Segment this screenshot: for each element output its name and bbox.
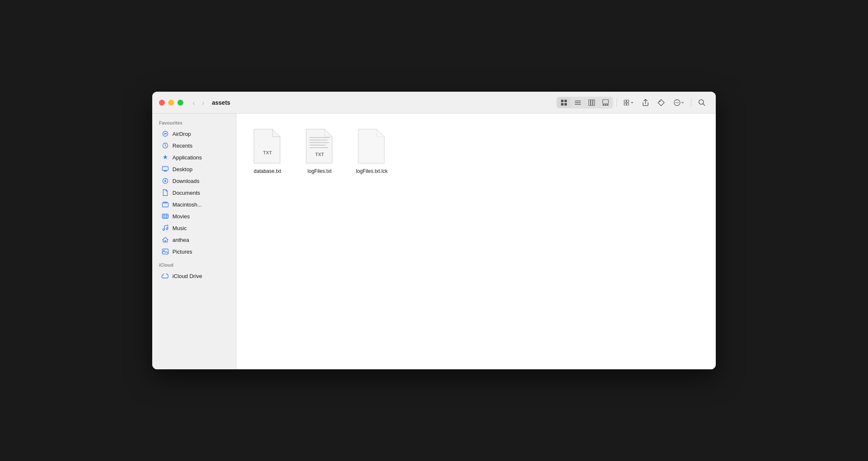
file-item-database-txt[interactable]: TXT database.txt (246, 124, 288, 178)
finder-window: ‹ › assets (152, 92, 716, 369)
sidebar-item-movies[interactable]: Movies (155, 210, 233, 222)
svg-text:TXT: TXT (263, 150, 272, 155)
svg-rect-15 (627, 100, 629, 102)
sidebar-item-documents[interactable]: Documents (155, 187, 233, 199)
movies-icon (161, 212, 169, 220)
svg-rect-8 (591, 100, 593, 106)
svg-rect-7 (589, 100, 590, 106)
main-content: Favourites AirDrop (152, 114, 716, 369)
back-button[interactable]: ‹ (190, 97, 198, 108)
svg-rect-10 (603, 100, 609, 103)
minimize-button[interactable] (168, 100, 174, 106)
columns-view-button[interactable] (585, 98, 598, 108)
svg-rect-0 (561, 100, 564, 102)
file-name-logfiles-txt: logFiles.txt (307, 168, 331, 175)
airdrop-icon (161, 130, 169, 138)
tag-icon (657, 99, 665, 106)
svg-rect-17 (627, 103, 629, 105)
downloads-label: Downloads (172, 178, 199, 184)
file-name-logfiles-lck: logFiles.txt.lck (356, 168, 387, 175)
gallery-view-button[interactable] (599, 98, 612, 108)
grid-view-icon (561, 99, 567, 106)
file-icon-logfiles: TXT (303, 127, 336, 165)
desktop-icon (161, 165, 169, 173)
more-button[interactable] (670, 97, 688, 109)
svg-rect-13 (607, 104, 609, 106)
applications-icon (161, 154, 169, 161)
search-button[interactable] (695, 97, 709, 109)
documents-icon (161, 189, 169, 196)
list-view-icon (574, 99, 581, 106)
svg-line-24 (703, 104, 705, 106)
sidebar-item-macintosh[interactable]: Macintosh... (155, 199, 233, 210)
svg-point-38 (166, 228, 168, 230)
svg-rect-32 (162, 214, 168, 218)
svg-rect-3 (564, 103, 567, 106)
macintosh-label: Macintosh... (172, 201, 202, 208)
sidebar-item-applications[interactable]: Applications (155, 151, 233, 163)
separator-2 (691, 98, 691, 107)
documents-label: Documents (172, 190, 200, 196)
sidebar: Favourites AirDrop (152, 114, 236, 369)
svg-rect-16 (624, 103, 626, 105)
movies-label: Movies (172, 213, 190, 220)
sort-icon (624, 99, 630, 106)
more-chevron-icon (681, 101, 684, 104)
sidebar-item-recents[interactable]: Recents (155, 140, 233, 151)
file-name-database-txt: database.txt (254, 168, 281, 175)
macintosh-icon (161, 201, 169, 208)
sidebar-item-desktop[interactable]: Desktop (155, 163, 233, 175)
nav-buttons: ‹ › (190, 97, 207, 108)
tag-button[interactable] (654, 97, 668, 109)
sidebar-item-airdrop[interactable]: AirDrop (155, 128, 233, 140)
favourites-label: Favourites (152, 120, 236, 128)
sidebar-item-pictures[interactable]: Pictures (155, 246, 233, 257)
view-mode-group (556, 97, 613, 109)
list-view-button[interactable] (571, 98, 585, 108)
separator-1 (617, 98, 617, 107)
desktop-label: Desktop (172, 166, 193, 172)
search-icon (698, 99, 706, 106)
share-button[interactable] (639, 97, 652, 109)
window-title: assets (212, 99, 230, 106)
file-area: TXT database.txt (236, 114, 716, 369)
sidebar-item-anthea[interactable]: anthea (155, 234, 233, 246)
svg-point-26 (165, 133, 166, 134)
applications-label: Applications (172, 154, 202, 161)
anthea-label: anthea (172, 237, 189, 243)
svg-text:TXT: TXT (315, 152, 324, 157)
file-item-logfiles-lck[interactable]: logFiles.txt.lck (351, 124, 393, 178)
recents-icon (161, 142, 169, 149)
sidebar-item-icloud-drive[interactable]: iCloud Drive (155, 270, 233, 282)
svg-point-37 (163, 229, 164, 231)
forward-button[interactable]: › (199, 97, 207, 108)
svg-rect-28 (162, 167, 168, 170)
svg-point-22 (678, 102, 679, 103)
icloud-icon (161, 272, 169, 280)
more-icon (673, 99, 681, 106)
music-label: Music (172, 225, 187, 231)
svg-point-23 (699, 100, 704, 104)
icloud-label: iCloud (152, 262, 236, 270)
maximize-button[interactable] (177, 100, 183, 106)
recents-label: Recents (172, 143, 193, 149)
airdrop-label: AirDrop (172, 131, 191, 137)
svg-rect-12 (605, 104, 606, 106)
share-icon (642, 99, 649, 106)
file-item-logfiles-txt[interactable]: TXT logFiles.txt (299, 124, 341, 178)
sort-button[interactable] (620, 97, 637, 108)
pictures-label: Pictures (172, 249, 192, 255)
music-icon (161, 224, 169, 232)
grid-view-button[interactable] (557, 98, 571, 108)
downloads-icon (161, 177, 169, 185)
titlebar: ‹ › assets (152, 92, 716, 114)
svg-rect-11 (603, 104, 604, 106)
sidebar-item-downloads[interactable]: Downloads (155, 175, 233, 187)
svg-rect-14 (624, 100, 626, 102)
columns-view-icon (588, 99, 595, 106)
svg-rect-2 (561, 103, 564, 106)
icloud-drive-label: iCloud Drive (172, 273, 202, 279)
sidebar-item-music[interactable]: Music (155, 222, 233, 234)
file-icon-logfiles-lck (355, 127, 389, 165)
close-button[interactable] (159, 100, 165, 106)
